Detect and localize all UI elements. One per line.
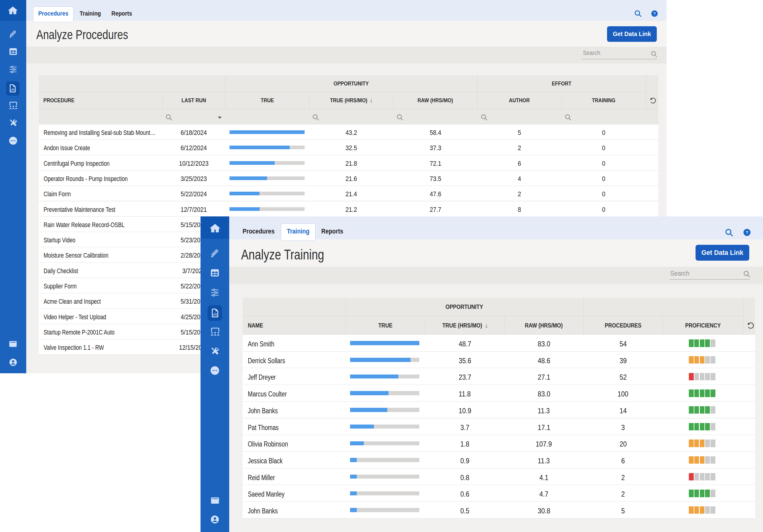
svg-text:?: ?	[653, 11, 655, 16]
svg-text:?: ?	[746, 230, 748, 235]
